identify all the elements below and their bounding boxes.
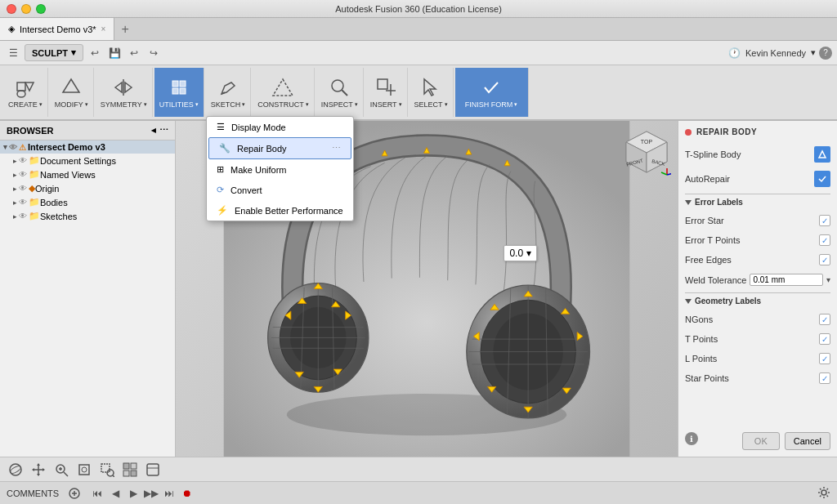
nav-last-button[interactable]: ⏭ bbox=[162, 486, 177, 501]
toolbar-modify[interactable]: MODIFY ▾ bbox=[50, 68, 94, 117]
panel-info-icon[interactable]: ℹ bbox=[685, 432, 698, 445]
back-button[interactable]: ↩ bbox=[87, 45, 103, 61]
svg-rect-7 bbox=[172, 88, 178, 94]
toolbar-inspect[interactable]: INSPECT ▾ bbox=[316, 68, 364, 117]
svg-line-74 bbox=[64, 472, 68, 476]
clock-icon[interactable]: 🕐 bbox=[726, 45, 742, 61]
zoom-button[interactable] bbox=[52, 461, 70, 479]
toolbar-sketch[interactable]: SKETCH ▾ bbox=[206, 68, 252, 117]
toolbar-insert[interactable]: INSERT ▾ bbox=[365, 68, 408, 117]
svg-rect-0 bbox=[17, 83, 25, 91]
menu-button[interactable]: ☰ bbox=[5, 45, 21, 61]
svg-marker-71 bbox=[32, 468, 34, 471]
repair-body-more-icon: ⋯ bbox=[332, 143, 341, 154]
browser-more-icon[interactable]: ⋯ bbox=[159, 125, 168, 136]
undo-button[interactable]: ↩ bbox=[126, 45, 142, 61]
redo-button[interactable]: ↪ bbox=[145, 45, 162, 61]
title-bar: Autodesk Fusion 360 (Education License) bbox=[0, 0, 837, 18]
error-t-points-checkbox[interactable]: ✓ bbox=[819, 234, 830, 246]
dropdown-make-uniform[interactable]: ⊞ Make Uniform bbox=[207, 159, 353, 180]
free-edges-checkbox[interactable]: ✓ bbox=[819, 254, 830, 265]
named-views-eye: 👁 bbox=[19, 170, 27, 179]
finish-form-icon bbox=[480, 76, 503, 99]
ngons-label: NGons bbox=[685, 314, 713, 324]
toolbar-utilities[interactable]: UTILITIES ▾ bbox=[154, 68, 204, 117]
svg-point-2 bbox=[17, 91, 25, 97]
browser-item-doc-settings[interactable]: ▸ 👁 📁 Document Settings bbox=[0, 154, 175, 167]
view-menu-button[interactable] bbox=[121, 461, 139, 479]
star-points-checkbox[interactable]: ✓ bbox=[819, 372, 830, 384]
maximize-button[interactable] bbox=[36, 4, 46, 14]
svg-rect-6 bbox=[180, 81, 186, 87]
browser-item-named-views[interactable]: ▸ 👁 📁 Named Views bbox=[0, 167, 175, 181]
pan-button[interactable] bbox=[29, 461, 47, 479]
browser-item-origin[interactable]: ▸ 👁 ◆ Origin bbox=[0, 181, 175, 195]
display-settings-button[interactable] bbox=[144, 461, 162, 479]
ngons-checkbox[interactable]: ✓ bbox=[819, 314, 830, 325]
nav-prev-button[interactable]: ◀ bbox=[108, 486, 123, 501]
svg-rect-83 bbox=[131, 463, 137, 469]
browser-expand-icon[interactable]: ◂ bbox=[151, 125, 156, 136]
help-button[interactable]: ? bbox=[819, 47, 832, 60]
view-cube[interactable]: TOP FRONT BACK bbox=[622, 127, 671, 176]
svg-rect-86 bbox=[147, 464, 159, 475]
tab-spacer bbox=[136, 18, 837, 40]
zoom-window-button[interactable] bbox=[98, 461, 116, 479]
tab-close-icon[interactable]: × bbox=[101, 25, 106, 33]
browser-item-bodies[interactable]: ▸ 👁 📁 Bodies bbox=[0, 195, 175, 209]
nav-play-button[interactable]: ▶ bbox=[126, 486, 141, 501]
weld-tolerance-arrow[interactable]: ▾ bbox=[826, 275, 830, 284]
toolbar-finish-form[interactable]: FINISH FORM ▾ bbox=[455, 68, 529, 117]
select-label: SELECT ▾ bbox=[414, 100, 448, 109]
named-views-expand: ▸ bbox=[13, 171, 17, 179]
dropdown-repair-body[interactable]: 🔧 Repair Body ⋯ bbox=[208, 137, 351, 159]
utilities-label: UTILITIES ▾ bbox=[159, 100, 199, 109]
panel-title: REPAIR BODY bbox=[696, 127, 757, 136]
active-tab[interactable]: ◈ Intersect Demo v3* × bbox=[0, 18, 114, 40]
toolbar-symmetry[interactable]: SYMMETRY ▾ bbox=[96, 68, 153, 117]
nav-next-button[interactable]: ▶▶ bbox=[144, 486, 159, 501]
toolbar-construct[interactable]: CONSTRUCT ▾ bbox=[253, 68, 315, 117]
svg-marker-72 bbox=[43, 468, 45, 471]
weld-tolerance-input[interactable] bbox=[750, 274, 823, 286]
l-points-checkbox[interactable]: ✓ bbox=[819, 353, 830, 364]
dropdown-enable-better-performance[interactable]: ⚡ Enable Better Performance bbox=[207, 200, 353, 221]
settings-gear-icon[interactable] bbox=[817, 486, 830, 501]
browser-root-item[interactable]: ▾ 👁 ⚠ Intersect Demo v3 bbox=[0, 140, 175, 154]
navigation-controls: ⏮ ◀ ▶ ▶▶ ⏭ ⏺ bbox=[90, 486, 195, 501]
close-button[interactable] bbox=[7, 4, 16, 14]
t-points-checkbox[interactable]: ✓ bbox=[819, 333, 830, 345]
ok-button[interactable]: OK bbox=[742, 432, 780, 450]
tspline-selector[interactable] bbox=[814, 146, 830, 163]
browser-item-sketches[interactable]: ▸ 👁 📁 Sketches bbox=[0, 209, 175, 223]
cancel-button[interactable]: Cancel bbox=[785, 432, 830, 450]
orbit-button[interactable] bbox=[7, 461, 25, 479]
doc-settings-eye: 👁 bbox=[19, 156, 27, 165]
minimize-button[interactable] bbox=[21, 4, 31, 14]
new-tab-button[interactable]: + bbox=[114, 18, 135, 40]
tab-label: Intersect Demo v3* bbox=[20, 25, 96, 34]
better-performance-icon: ⚡ bbox=[217, 205, 228, 216]
toolbar-create[interactable]: CREATE ▾ bbox=[3, 68, 48, 117]
save-button[interactable]: 💾 bbox=[106, 45, 123, 61]
panel-status-dot bbox=[685, 129, 692, 136]
nav-record-button[interactable]: ⏺ bbox=[180, 486, 195, 501]
add-comment-button[interactable] bbox=[65, 484, 83, 502]
doc-settings-label: Document Settings bbox=[40, 156, 116, 166]
nav-first-button[interactable]: ⏮ bbox=[90, 486, 105, 501]
create-arrow: ▾ bbox=[39, 101, 43, 108]
number-input-overlay[interactable]: 0.0 ▾ bbox=[504, 245, 537, 261]
sketch-icon bbox=[217, 76, 239, 99]
named-views-label: Named Views bbox=[40, 170, 96, 180]
autorepair-selector[interactable] bbox=[814, 171, 830, 187]
dropdown-display-mode[interactable]: ☰ Display Mode bbox=[207, 117, 353, 137]
folder-icon-doc: 📁 bbox=[29, 155, 40, 166]
workspace-selector[interactable]: SCULPT ▾ bbox=[25, 44, 83, 61]
repair-body-icon: 🔧 bbox=[219, 143, 231, 154]
dropdown-convert[interactable]: ⟳ Convert bbox=[207, 180, 353, 200]
browser-panel: BROWSER ◂ ⋯ ▾ 👁 ⚠ Intersect Demo v3 ▸ 👁 … bbox=[0, 121, 176, 457]
error-star-checkbox[interactable]: ✓ bbox=[819, 215, 830, 226]
toolbar-select[interactable]: SELECT ▾ bbox=[410, 68, 454, 117]
fit-button[interactable] bbox=[75, 461, 93, 479]
svg-marker-69 bbox=[37, 463, 40, 466]
